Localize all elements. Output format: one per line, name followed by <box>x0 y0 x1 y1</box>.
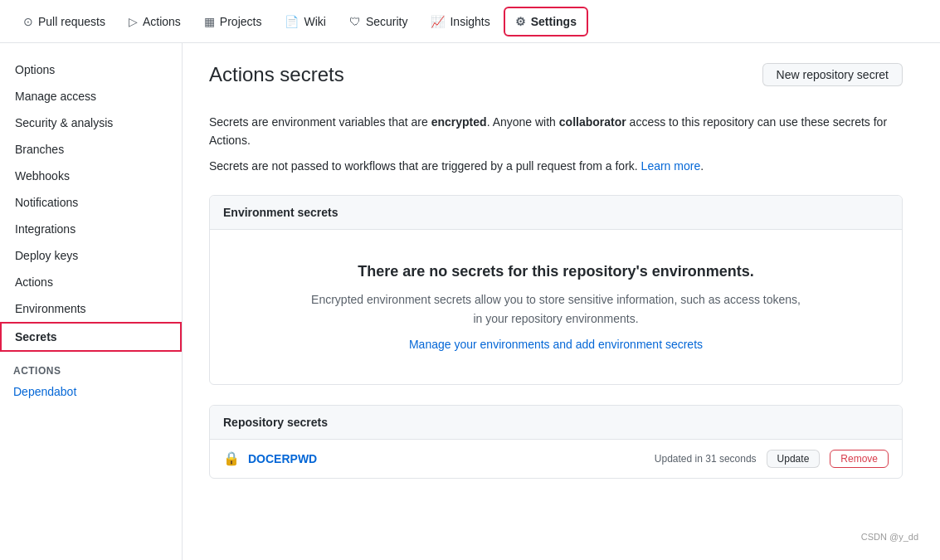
projects-icon: ▦ <box>204 15 215 28</box>
nav-security-label: Security <box>366 15 408 28</box>
empty-state-title: There are no secrets for this repository… <box>223 263 889 280</box>
nav-insights[interactable]: 📈 Insights <box>421 8 499 35</box>
new-repository-secret-button[interactable]: New repository secret <box>762 63 903 86</box>
nav-projects-label: Projects <box>220 15 262 28</box>
watermark: CSDN @y_dd <box>856 530 923 543</box>
nav-wiki-label: Wiki <box>304 15 325 28</box>
table-row: 🔒 DOCERPWD Updated in 31 seconds Update … <box>210 440 902 478</box>
sidebar-item-secrets[interactable]: Secrets <box>0 322 182 352</box>
sidebar-item-notifications[interactable]: Notifications <box>0 189 182 216</box>
sidebar-item-webhooks[interactable]: Webhooks <box>0 163 182 189</box>
sidebar-item-integrations-label: Integrations <box>15 222 75 236</box>
sidebar-item-environments[interactable]: Environments <box>0 295 182 322</box>
sidebar-item-deploy-keys-label: Deploy keys <box>15 249 78 262</box>
page-layout: Options Manage access Security & analysi… <box>0 43 940 560</box>
nav-actions-label: Actions <box>143 15 181 28</box>
description-2: Secrets are not passed to workflows that… <box>209 157 903 175</box>
nav-settings-label: Settings <box>531 15 577 28</box>
pull-requests-icon: ⊙ <box>23 15 33 28</box>
sidebar-item-security-analysis-label: Security & analysis <box>15 116 113 129</box>
description-1: Secrets are environment variables that a… <box>209 113 903 150</box>
insights-icon: 📈 <box>431 15 445 28</box>
security-icon: 🛡 <box>349 15 361 28</box>
main-content: Actions secrets New repository secret Se… <box>183 43 929 560</box>
sidebar-item-branches-label: Branches <box>15 143 64 156</box>
sidebar-item-deploy-keys[interactable]: Deploy keys <box>0 242 182 269</box>
sidebar-item-actions-label: Actions <box>15 275 53 289</box>
nav-security[interactable]: 🛡 Security <box>339 8 418 35</box>
lock-icon: 🔒 <box>223 450 240 466</box>
sidebar-section-actions-header: Actions <box>0 352 182 380</box>
nav-settings[interactable]: ⚙ Settings <box>504 7 588 37</box>
page-title: Actions secrets <box>209 63 344 86</box>
environment-secrets-empty-state: There are no secrets for this repository… <box>210 230 902 384</box>
update-secret-button[interactable]: Update <box>767 450 821 468</box>
environment-secrets-header: Environment secrets <box>210 196 902 230</box>
environment-secrets-section: Environment secrets There are no secrets… <box>209 195 903 385</box>
actions-icon: ▷ <box>129 15 138 28</box>
nav-insights-label: Insights <box>450 15 489 28</box>
sidebar-item-integrations[interactable]: Integrations <box>0 216 182 242</box>
sidebar-item-notifications-label: Notifications <box>15 196 78 209</box>
secret-name[interactable]: DOCERPWD <box>248 452 317 465</box>
sidebar-item-actions[interactable]: Actions <box>0 269 182 295</box>
nav-pull-requests-label: Pull requests <box>38 15 105 28</box>
sidebar-link-dependabot-label: Dependabot <box>13 385 76 398</box>
nav-pull-requests[interactable]: ⊙ Pull requests <box>13 8 115 35</box>
remove-secret-button[interactable]: Remove <box>830 450 889 468</box>
sidebar-item-webhooks-label: Webhooks <box>15 169 70 183</box>
learn-more-link[interactable]: Learn more <box>641 159 701 173</box>
sidebar-item-options-label: Options <box>15 63 55 76</box>
sidebar-item-branches[interactable]: Branches <box>0 136 182 163</box>
sidebar-link-dependabot[interactable]: Dependabot <box>0 380 182 403</box>
sidebar-item-environments-label: Environments <box>15 302 86 315</box>
sidebar-item-secrets-label: Secrets <box>15 330 57 343</box>
wiki-icon: 📄 <box>285 15 299 28</box>
secret-timestamp: Updated in 31 seconds <box>655 453 757 465</box>
sidebar-item-security-analysis[interactable]: Security & analysis <box>0 110 182 136</box>
page-header: Actions secrets New repository secret <box>209 63 903 100</box>
repository-secrets-header: Repository secrets <box>210 406 902 440</box>
nav-projects[interactable]: ▦ Projects <box>194 8 272 35</box>
manage-environments-link[interactable]: Manage your environments and add environ… <box>409 338 703 351</box>
sidebar-item-manage-access[interactable]: Manage access <box>0 83 182 110</box>
secret-right: Updated in 31 seconds Update Remove <box>655 450 889 468</box>
sidebar-item-manage-access-label: Manage access <box>15 90 96 103</box>
nav-actions[interactable]: ▷ Actions <box>119 8 191 35</box>
sidebar: Options Manage access Security & analysi… <box>0 43 183 560</box>
nav-wiki[interactable]: 📄 Wiki <box>275 8 335 35</box>
top-navigation: ⊙ Pull requests ▷ Actions ▦ Projects 📄 W… <box>0 0 940 43</box>
secret-left: 🔒 DOCERPWD <box>223 450 317 466</box>
repository-secrets-section: Repository secrets 🔒 DOCERPWD Updated in… <box>209 405 903 479</box>
settings-icon: ⚙ <box>515 15 526 28</box>
sidebar-item-options[interactable]: Options <box>0 56 182 83</box>
empty-state-desc: Encrypted environment secrets allow you … <box>307 290 805 328</box>
